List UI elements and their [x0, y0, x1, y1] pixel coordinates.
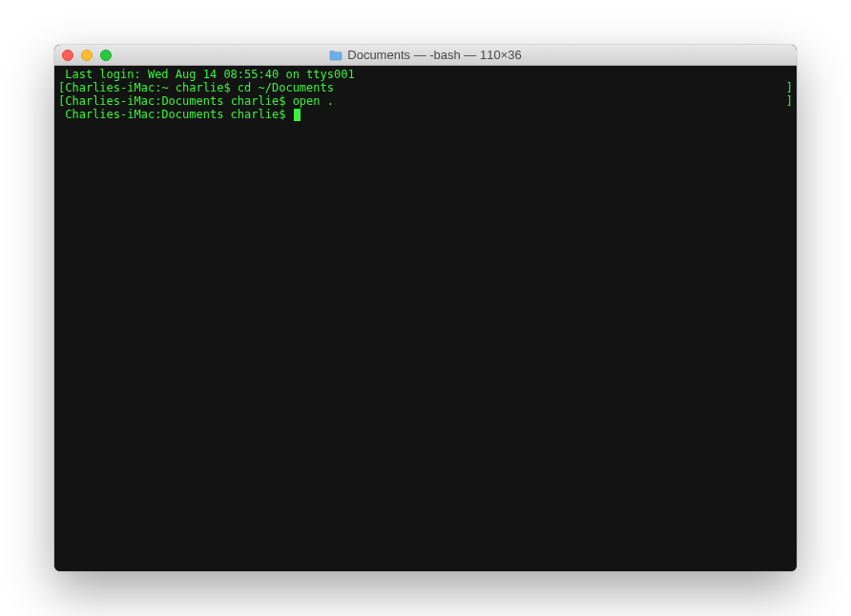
window-title-group: Documents — -bash — 110×36 [329, 48, 521, 62]
window-title: Documents — -bash — 110×36 [347, 48, 521, 62]
terminal-line: [Charlies-iMac:Documents charlie$ open .… [58, 94, 793, 108]
terminal-text: [Charlies-iMac:~ charlie$ cd ~/Documents [58, 81, 334, 94]
terminal-prompt-line: Charlies-iMac:Documents charlie$ [58, 108, 793, 121]
line-end-bracket: ] [786, 94, 793, 108]
terminal-line: [Charlies-iMac:~ charlie$ cd ~/Documents… [58, 81, 793, 94]
terminal-text: Last login: Wed Aug 14 08:55:40 on ttys0… [58, 68, 355, 81]
window-controls [54, 50, 112, 61]
cursor [294, 109, 301, 121]
terminal-text: [Charlies-iMac:Documents charlie$ open . [58, 94, 334, 108]
line-end-bracket: ] [786, 81, 793, 94]
folder-icon [329, 50, 342, 61]
minimize-button[interactable] [81, 50, 93, 61]
terminal-line: Last login: Wed Aug 14 08:55:40 on ttys0… [58, 68, 793, 81]
terminal-window: Documents — -bash — 110×36 Last login: W… [54, 45, 797, 571]
close-button[interactable] [62, 50, 73, 61]
window-titlebar[interactable]: Documents — -bash — 110×36 [54, 45, 797, 66]
maximize-button[interactable] [100, 50, 112, 61]
terminal-body[interactable]: Last login: Wed Aug 14 08:55:40 on ttys0… [54, 66, 797, 571]
terminal-prompt: Charlies-iMac:Documents charlie$ [58, 108, 301, 121]
